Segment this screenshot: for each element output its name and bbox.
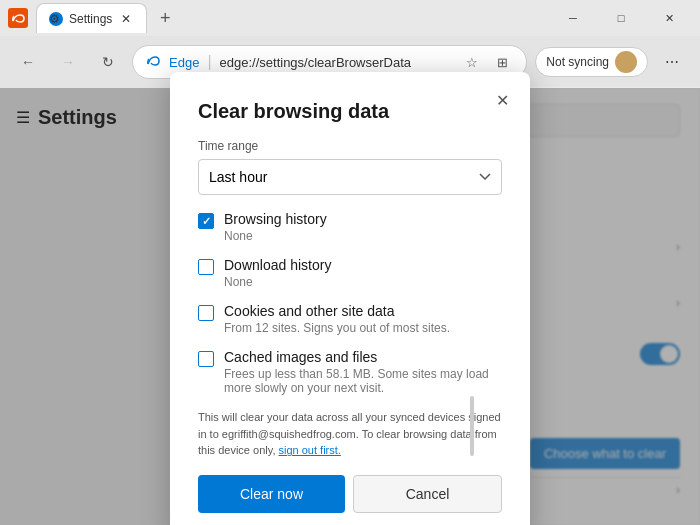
download-history-checkbox[interactable] bbox=[198, 259, 214, 275]
sync-label: Not syncing bbox=[546, 55, 609, 69]
checkbox-list: Browsing history None Download history N… bbox=[198, 211, 502, 395]
cached-images-label-group: Cached images and files Frees up less th… bbox=[224, 349, 502, 395]
time-range-label: Time range bbox=[198, 139, 502, 153]
tab-label: Settings bbox=[69, 12, 112, 26]
time-range-select[interactable]: Last hour Last 24 hours Last 7 days Last… bbox=[198, 159, 502, 195]
tab-close-button[interactable]: ✕ bbox=[118, 11, 134, 27]
download-history-label: Download history bbox=[224, 257, 331, 273]
close-button[interactable]: ✕ bbox=[646, 0, 692, 36]
browsing-history-item: Browsing history None bbox=[198, 211, 502, 243]
browsing-history-sub: None bbox=[224, 229, 327, 243]
clear-browsing-data-modal: Clear browsing data ✕ Time range Last ho… bbox=[170, 72, 530, 525]
avatar bbox=[615, 51, 637, 73]
forward-button[interactable]: → bbox=[52, 46, 84, 78]
title-bar: ⚙ Settings ✕ + ─ □ ✕ bbox=[0, 0, 700, 36]
tab-favicon: ⚙ bbox=[49, 12, 63, 26]
window-controls: ─ □ ✕ bbox=[550, 0, 692, 36]
browsing-history-label: Browsing history bbox=[224, 211, 327, 227]
favorites-icon[interactable]: ☆ bbox=[460, 50, 484, 74]
sync-button[interactable]: Not syncing bbox=[535, 47, 648, 77]
sign-out-link[interactable]: sign out first. bbox=[279, 444, 341, 456]
modal-close-button[interactable]: ✕ bbox=[488, 86, 516, 114]
cached-images-label: Cached images and files bbox=[224, 349, 502, 365]
maximize-button[interactable]: □ bbox=[598, 0, 644, 36]
more-button[interactable]: ⋯ bbox=[656, 46, 688, 78]
url-text: edge://settings/clearBrowserData bbox=[220, 55, 453, 70]
download-history-item: Download history None bbox=[198, 257, 502, 289]
tab-bar: ⚙ Settings ✕ + bbox=[36, 3, 550, 33]
browsing-history-checkbox[interactable] bbox=[198, 213, 214, 229]
modal-buttons: Clear now Cancel bbox=[198, 475, 502, 513]
cookies-label-group: Cookies and other site data From 12 site… bbox=[224, 303, 450, 335]
clear-now-button[interactable]: Clear now bbox=[198, 475, 345, 513]
modal-overlay: Clear browsing data ✕ Time range Last ho… bbox=[0, 88, 700, 525]
sync-notice: This will clear your data across all you… bbox=[198, 409, 502, 459]
edge-window-icon bbox=[8, 8, 28, 28]
edge-logo bbox=[145, 53, 161, 72]
cached-images-item: Cached images and files Frees up less th… bbox=[198, 349, 502, 395]
active-tab[interactable]: ⚙ Settings ✕ bbox=[36, 3, 147, 33]
cached-images-sub: Frees up less than 58.1 MB. Some sites m… bbox=[224, 367, 502, 395]
cookies-sub: From 12 sites. Signs you out of most sit… bbox=[224, 321, 450, 335]
cookies-checkbox[interactable] bbox=[198, 305, 214, 321]
main-area: ☰ Settings 🔍 personalised Sites will wor… bbox=[0, 88, 700, 525]
modal-title: Clear browsing data bbox=[198, 100, 502, 123]
title-bar-left bbox=[8, 8, 28, 28]
cookies-item: Cookies and other site data From 12 site… bbox=[198, 303, 502, 335]
cookies-label: Cookies and other site data bbox=[224, 303, 450, 319]
scroll-indicator bbox=[470, 396, 474, 456]
download-history-label-group: Download history None bbox=[224, 257, 331, 289]
back-button[interactable]: ← bbox=[12, 46, 44, 78]
minimize-button[interactable]: ─ bbox=[550, 0, 596, 36]
cached-images-checkbox[interactable] bbox=[198, 351, 214, 367]
browsing-history-label-group: Browsing history None bbox=[224, 211, 327, 243]
address-icons: ☆ ⊞ bbox=[460, 50, 514, 74]
cancel-button[interactable]: Cancel bbox=[353, 475, 502, 513]
reload-button[interactable]: ↻ bbox=[92, 46, 124, 78]
edge-label: Edge bbox=[169, 55, 199, 70]
collections-icon[interactable]: ⊞ bbox=[490, 50, 514, 74]
new-tab-button[interactable]: + bbox=[151, 4, 179, 32]
download-history-sub: None bbox=[224, 275, 331, 289]
